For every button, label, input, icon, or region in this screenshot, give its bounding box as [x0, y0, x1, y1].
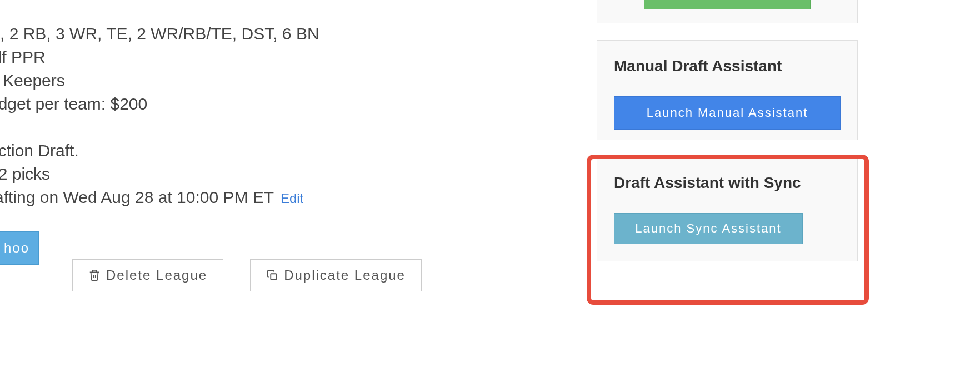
svg-rect-2 [271, 274, 276, 279]
edit-link[interactable]: Edit [281, 191, 303, 206]
start-mock-draft-button[interactable]: Start a Mock Draft [644, 0, 811, 9]
roster-line: B, 2 RB, 3 WR, TE, 2 WR/RB/TE, DST, 6 BN [0, 22, 489, 46]
yahoo-button-label: hoo [4, 240, 29, 256]
keepers-line: o Keepers [0, 69, 489, 92]
duplicate-league-button[interactable]: Duplicate League [250, 259, 422, 291]
sync-assistant-card: Draft Assistant with Sync Launch Sync As… [597, 157, 858, 261]
yahoo-button-partial[interactable]: hoo [0, 231, 39, 265]
draft-time-line: rafting on Wed Aug 28 at 10:00 PM ET Edi… [0, 186, 489, 209]
launch-manual-assistant-button[interactable]: Launch Manual Assistant [614, 96, 841, 130]
delete-league-label: Delete League [106, 268, 207, 283]
duplicate-league-label: Duplicate League [284, 268, 406, 283]
launch-sync-assistant-button[interactable]: Launch Sync Assistant [614, 213, 803, 244]
picks-line: 02 picks [0, 162, 489, 186]
trash-icon [88, 269, 101, 281]
delete-league-button[interactable]: Delete League [72, 259, 223, 291]
launch-sync-assistant-label: Launch Sync Assistant [635, 221, 781, 236]
copy-icon [266, 269, 278, 281]
start-mock-draft-label: Start a Mock Draft [668, 0, 786, 1]
sync-assistant-title: Draft Assistant with Sync [614, 174, 841, 192]
sidebar: Start a Mock Draft Manual Draft Assistan… [597, 0, 858, 278]
budget-line: udget per team: $200 [0, 92, 489, 116]
launch-manual-assistant-label: Launch Manual Assistant [647, 106, 808, 120]
manual-assistant-card: Manual Draft Assistant Launch Manual Ass… [597, 40, 858, 140]
scoring-line: alf PPR [0, 46, 489, 69]
manual-assistant-title: Manual Draft Assistant [614, 57, 841, 75]
league-info: B, 2 RB, 3 WR, TE, 2 WR/RB/TE, DST, 6 BN… [0, 22, 489, 209]
draft-type-line: uction Draft. [0, 139, 489, 162]
draft-time-text: rafting on Wed Aug 28 at 10:00 PM ET [0, 188, 274, 206]
mock-draft-card: Start a Mock Draft [597, 0, 858, 23]
